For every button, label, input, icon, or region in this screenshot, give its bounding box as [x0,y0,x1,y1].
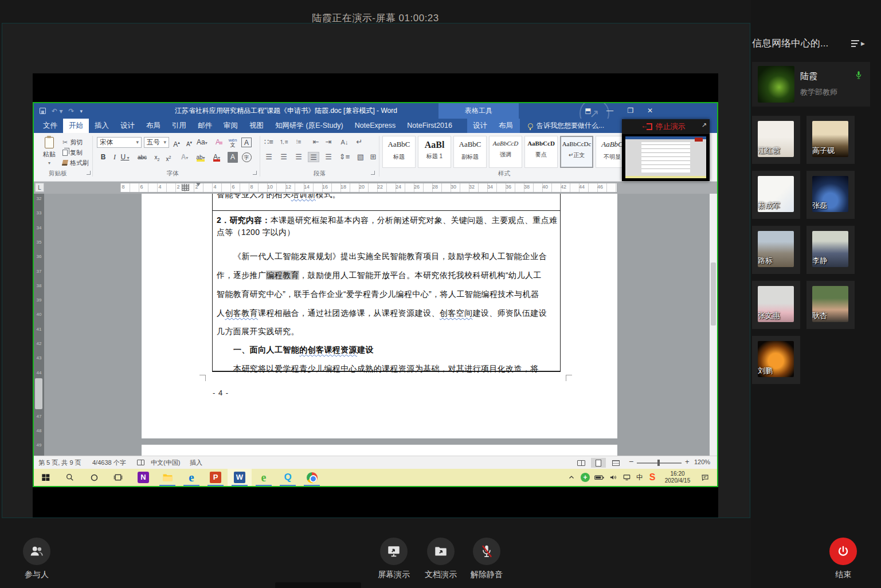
borders-icon[interactable]: ⊞ [367,152,379,162]
qq-browser-icon[interactable]: Q [276,469,300,486]
participant-tile[interactable]: 刘鹏 [752,336,800,384]
tab-insert[interactable]: 插入 [89,119,115,133]
tray-battery-icon[interactable] [592,469,606,486]
redo-icon[interactable]: ↷ [68,107,74,115]
tab-notefirst[interactable]: NoteFirst2016 [401,119,458,133]
tab-review[interactable]: 审阅 [218,119,244,133]
participant-tile[interactable]: 高子砚 [806,116,855,164]
first-line-indent-marker[interactable] [196,183,201,186]
cut-button[interactable]: ✂剪切 [62,138,83,147]
zoom-level[interactable]: 120% [694,458,710,465]
tab-references[interactable]: 引用 [166,119,192,133]
status-page[interactable]: 第 5 页, 共 9 页 [38,458,81,467]
participant-tile[interactable]: 李静 [806,226,855,274]
text-effects-icon[interactable]: A▾ [179,152,190,163]
participant-tile[interactable]: 江红霞 [752,116,800,164]
zoom-in-icon[interactable]: + [685,457,690,466]
participants-button[interactable] [23,538,50,565]
font-size-combo[interactable]: 五号▾ [144,137,169,148]
tray-sogou-icon[interactable]: S [646,469,659,486]
print-layout-icon[interactable] [591,458,606,468]
tray-chevron-up-icon[interactable] [565,469,578,486]
change-case-icon[interactable]: Aa▾ [197,137,207,148]
share-preview-thumbnail[interactable] [625,136,706,178]
status-words[interactable]: 4/4638 个字 [92,458,126,467]
style-title[interactable]: AaBbC标题 [382,136,416,168]
ribbon-display-options-icon[interactable]: ⬒ [578,103,598,119]
sort-icon[interactable]: A↓ [339,137,350,147]
multilevel-list-icon[interactable]: ⁝≡ [293,137,304,147]
tray-safety-360-icon[interactable]: + [578,469,592,486]
font-name-combo[interactable]: 宋体▾ [97,137,142,148]
status-language[interactable]: 中文(中国) [151,458,180,467]
align-center-icon[interactable]: ☰ [278,152,289,162]
tab-noteexpress[interactable]: NoteExpress [349,119,402,133]
tab-view[interactable]: 视图 [244,119,269,133]
participant-tile[interactable]: 张文惠 [752,281,800,329]
font-dialog-launcher-icon[interactable] [253,171,257,175]
tray-ime-indicator[interactable]: 中 [633,469,646,486]
host-card[interactable]: 陆霞 教学部教师 [752,62,870,107]
numbering-icon[interactable]: ⒈≡ [278,137,289,147]
increase-indent-icon[interactable]: ⇥ [323,137,334,147]
enclose-characters-icon[interactable]: 字 [241,152,252,163]
superscript-icon[interactable]: x2 [163,152,174,163]
onenote-icon[interactable]: N [131,469,155,486]
tell-me-box[interactable]: 告诉我您想要做什么... [528,119,604,133]
browser-360-icon[interactable]: e [252,469,276,486]
character-border-icon[interactable]: A [241,138,252,147]
character-shading-icon[interactable]: A [228,152,238,163]
participant-tile[interactable]: 蔡成军 [752,171,800,219]
format-painter-button[interactable]: 格式刷 [62,158,89,167]
clear-formatting-icon[interactable]: A [214,137,224,148]
font-color-icon[interactable]: A▾ [212,152,222,163]
undo-icon[interactable]: ↶ ▾ [52,107,62,115]
paste-button[interactable]: 粘贴▾ [38,136,60,169]
tray-display-icon[interactable] [620,469,633,486]
justify-icon[interactable]: ☰ [308,152,319,162]
edge-icon[interactable]: e [179,469,203,486]
participant-list-toggle-icon[interactable]: ▶ [851,40,865,47]
align-left-icon[interactable]: ☰ [263,152,275,162]
show-marks-icon[interactable]: ↵ [354,137,365,147]
tab-design[interactable]: 设计 [115,119,140,133]
file-explorer-icon[interactable] [155,469,179,486]
shrink-font-icon[interactable]: A▾ [184,137,194,148]
zoom-out-icon[interactable]: − [629,457,633,466]
word-minimize-button[interactable]: — [600,103,620,119]
strikethrough-icon[interactable]: abc [137,152,147,163]
participant-tile[interactable]: 耿杏 [806,281,855,329]
subscript-icon[interactable]: x2 [152,152,162,163]
style-subtitle[interactable]: AaBbC副标题 [453,136,487,168]
doc-share-button[interactable] [427,538,455,565]
phonetic-guide-icon[interactable]: wén文 [228,137,238,148]
tab-layout[interactable]: 布局 [140,119,166,133]
start-button[interactable] [34,469,58,486]
tab-selector[interactable]: L [35,183,44,192]
clipboard-dialog-launcher-icon[interactable] [87,171,91,175]
decrease-indent-icon[interactable]: ⇤ [310,137,322,147]
cortana-icon[interactable] [82,469,106,486]
proofing-icon[interactable] [137,460,144,465]
search-icon[interactable] [58,469,82,486]
taskbar-clock[interactable]: 16:202020/4/15 [660,469,695,486]
end-meeting-button[interactable] [829,538,857,565]
task-view-icon[interactable] [106,469,130,486]
screen-share-button[interactable] [380,538,408,565]
stop-presenting-button[interactable]: 停止演示 ↗ [622,119,710,134]
grow-font-icon[interactable]: A▴ [171,137,182,148]
powerpoint-icon[interactable]: P [203,469,228,486]
bullets-icon[interactable]: ∷≡ [263,137,275,147]
style-normal[interactable]: AaBbCcDc↵正文 [560,136,593,168]
unmute-button[interactable] [473,538,500,565]
table-column-marker-icon[interactable] [182,184,189,191]
paragraph-dialog-launcher-icon[interactable] [371,171,375,175]
underline-icon[interactable]: U ▾ [120,152,130,163]
style-emphasis[interactable]: AaBbCcD强调 [489,136,522,168]
tray-speaker-icon[interactable] [606,469,620,486]
word-close-button[interactable]: ✕ [640,103,660,119]
tab-table-design[interactable]: 设计 [467,119,493,133]
word-restore-button[interactable]: ❐ [621,103,640,119]
style-strong[interactable]: AaBbCcD要点 [524,136,558,168]
document-page[interactable]: 智能专业人才的相关培训新模式。 2．研究内容：本课题研究框架和基本内容，分析阐述… [142,194,617,438]
